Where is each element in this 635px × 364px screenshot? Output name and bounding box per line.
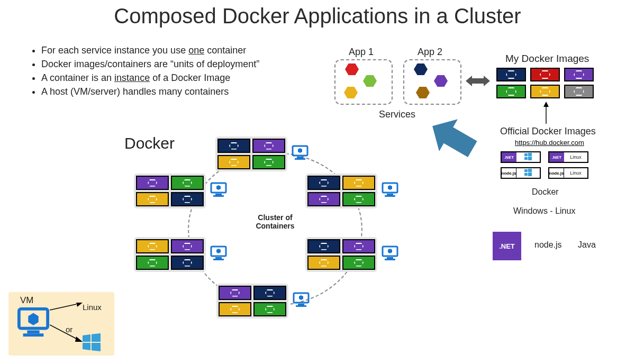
nodejs-text: node.js <box>534 240 562 250</box>
app2-label: App 2 <box>418 47 442 58</box>
svg-rect-34 <box>296 305 306 307</box>
docker-hub-link[interactable]: https://hub.docker.com <box>515 139 584 147</box>
docker-text: Docker <box>532 187 559 197</box>
hex-icon <box>363 75 377 87</box>
svg-rect-30 <box>385 259 395 260</box>
official-images-title: Official Docker Images <box>500 126 596 137</box>
svg-rect-7 <box>524 169 528 172</box>
dotnet-tile-icon: .NET <box>493 232 521 260</box>
official-card: .NET Linux <box>548 151 588 163</box>
os-line: Windows - Linux <box>513 206 575 216</box>
image-card <box>530 68 560 81</box>
svg-rect-17 <box>215 194 222 195</box>
svg-rect-8 <box>528 169 532 172</box>
svg-marker-0 <box>466 76 490 86</box>
vm-label: VM <box>20 295 34 306</box>
hex-icon <box>345 63 359 75</box>
bullet-item: For each service instance you use one co… <box>41 43 259 57</box>
java-text: Java <box>578 240 596 250</box>
cluster-node <box>305 174 377 208</box>
host-icon <box>382 181 398 198</box>
cluster: Cluster of Containers <box>124 131 415 322</box>
arrow-icon <box>50 303 83 311</box>
host-icon <box>210 244 227 261</box>
svg-marker-15 <box>298 148 302 153</box>
svg-rect-37 <box>27 331 39 334</box>
svg-rect-4 <box>528 153 532 156</box>
svg-rect-9 <box>524 173 528 176</box>
arrow-up-icon <box>542 102 550 126</box>
host-icon <box>382 244 398 261</box>
image-card <box>564 68 594 81</box>
svg-marker-43 <box>75 336 83 342</box>
svg-marker-47 <box>92 343 101 351</box>
svg-marker-46 <box>83 343 90 350</box>
hex-icon <box>344 87 358 98</box>
svg-rect-3 <box>524 153 528 156</box>
app1-box <box>334 59 393 105</box>
svg-marker-41 <box>76 303 83 307</box>
host-icon <box>210 181 227 198</box>
vm-host-icon <box>17 306 50 339</box>
svg-rect-21 <box>387 194 393 195</box>
svg-line-40 <box>50 304 76 310</box>
svg-marker-45 <box>92 333 101 342</box>
svg-marker-19 <box>216 185 221 190</box>
svg-marker-2 <box>543 102 549 107</box>
official-card: node.js Linux <box>548 167 588 179</box>
my-images-title: My Docker Images <box>505 53 589 65</box>
bullet-item: Docker images/containers are “units of d… <box>41 57 259 71</box>
windows-icon <box>83 333 101 351</box>
svg-rect-22 <box>385 195 395 197</box>
cluster-node <box>134 237 206 272</box>
svg-rect-29 <box>387 257 393 259</box>
linux-label: Linux <box>83 303 102 312</box>
cluster-node <box>305 237 377 272</box>
bullet-item: A container is an instance of a Docker I… <box>41 71 259 85</box>
deploy-arrow-icon <box>423 110 483 166</box>
svg-rect-33 <box>298 304 304 305</box>
hex-icon <box>414 63 428 75</box>
image-card <box>564 85 594 98</box>
hex-icon <box>434 75 448 87</box>
svg-rect-38 <box>23 333 44 336</box>
image-card <box>496 68 526 81</box>
image-card <box>496 85 526 98</box>
image-card <box>530 85 560 98</box>
cluster-node <box>215 136 287 171</box>
svg-rect-13 <box>297 157 303 158</box>
svg-marker-11 <box>423 110 482 165</box>
svg-rect-14 <box>295 158 305 160</box>
svg-marker-44 <box>83 334 90 342</box>
bullet-item: A host (VM/server) handles many containe… <box>41 85 259 98</box>
svg-rect-25 <box>215 257 222 259</box>
windows-icon <box>516 169 540 177</box>
app2-box <box>403 59 461 105</box>
vm-legend: VM Linux or <box>8 292 114 356</box>
cluster-node <box>216 284 288 319</box>
host-icon <box>292 144 309 161</box>
host-icon <box>293 291 310 308</box>
svg-rect-10 <box>528 172 532 176</box>
svg-marker-27 <box>216 249 221 253</box>
svg-rect-6 <box>528 157 532 160</box>
or-label: or <box>66 325 72 334</box>
services-label: Services <box>379 109 415 120</box>
svg-rect-26 <box>213 259 224 260</box>
svg-marker-39 <box>28 313 38 325</box>
svg-marker-35 <box>299 295 303 300</box>
official-card: node.js <box>501 167 541 179</box>
cluster-node <box>134 174 206 208</box>
windows-icon <box>516 153 540 161</box>
bullet-list: For each service instance you use one co… <box>32 43 259 98</box>
double-arrow-icon <box>466 74 490 88</box>
official-card: .NET <box>501 151 541 163</box>
svg-marker-31 <box>388 249 392 253</box>
app1-label: App 1 <box>349 47 374 58</box>
svg-rect-18 <box>213 195 224 197</box>
svg-rect-5 <box>524 157 528 160</box>
svg-marker-23 <box>388 185 392 190</box>
cluster-center-label: Cluster of Containers <box>249 213 302 230</box>
page-title: Composed Docker Applications in a Cluste… <box>0 4 635 28</box>
hex-icon <box>416 87 430 98</box>
